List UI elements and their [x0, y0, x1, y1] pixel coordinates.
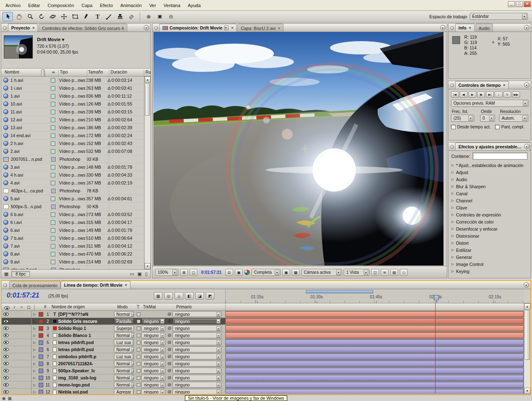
blend-mode-dropdown[interactable]: Normal▼	[114, 347, 134, 352]
label-color-cell[interactable]	[49, 157, 58, 162]
project-item-row[interactable]: 8.avi Vídeo p...ows 470 MB Δ 0:00:06:22	[1, 250, 150, 258]
label-color-cell[interactable]	[49, 212, 57, 217]
scroll-up-icon[interactable]: ▲	[524, 303, 530, 310]
footage-name[interactable]: 14 end.avi	[8, 133, 49, 138]
lock-toggle[interactable]	[25, 332, 32, 339]
layer-label-swatch[interactable]	[39, 347, 43, 352]
hide-shy-layers-button[interactable]: ◧	[185, 292, 194, 300]
expand-triangle-icon[interactable]: ▷	[32, 341, 37, 344]
tab-composition[interactable]: Composición: Drift Movie ▼ ×	[159, 24, 236, 32]
preserve-transparency-toggle[interactable]	[137, 327, 140, 330]
parent-pickwhip-icon[interactable]: @	[166, 390, 172, 394]
label-color-swatch[interactable]	[51, 260, 55, 264]
panel-menu-icon[interactable]: ▸	[524, 82, 530, 88]
eye-icon[interactable]	[3, 383, 9, 386]
label-color-swatch[interactable]	[51, 173, 55, 177]
layer-track[interactable]	[225, 332, 524, 339]
effects-category-row[interactable]: ▷ Controles de expresión	[448, 211, 531, 218]
eye-icon[interactable]	[3, 348, 9, 351]
menu-item[interactable]: Capa	[78, 1, 96, 10]
label-color-swatch[interactable]	[51, 141, 55, 146]
effects-category-row[interactable]: ▷ Clave	[448, 204, 531, 211]
project-item-row[interactable]: 463px-L...ca.psd Photoshop 78 KB	[1, 187, 150, 195]
label-color-swatch[interactable]	[51, 94, 55, 98]
eye-icon[interactable]	[3, 376, 9, 379]
scrollbar-thumb[interactable]	[145, 83, 150, 116]
tab-time-controls[interactable]: Controles de tiempo×	[455, 81, 509, 89]
pixel-aspect-correction-icon[interactable]: ◫	[371, 269, 379, 276]
layer-duration-bar[interactable]	[225, 375, 524, 381]
magnification-dropdown[interactable]: 100%▼	[155, 269, 178, 276]
label-color-cell[interactable]	[49, 165, 57, 170]
parent-dropdown[interactable]: ninguno▼	[172, 375, 222, 381]
project-item-row[interactable]: 12.avi Vídeo p...ows 210 MB Δ 0:00:02:64	[1, 116, 150, 124]
project-item-row[interactable]: 11.avi Vídeo p...ows 239 MB Δ 0:00:03:15	[1, 108, 150, 116]
effects-category-row[interactable]: ▷ Image Control	[448, 261, 531, 268]
parent-dropdown[interactable]: ninguno▼	[172, 339, 222, 345]
trkmat-dropdown[interactable]: ninguno▼	[141, 354, 165, 359]
parent-pickwhip-icon[interactable]: @	[166, 369, 172, 373]
column-source-name[interactable]: Nombre de origen	[52, 305, 85, 309]
from-current-time-checkbox[interactable]	[451, 125, 456, 129]
label-color-cell[interactable]	[49, 125, 57, 130]
label-color-cell[interactable]	[49, 149, 57, 154]
close-button[interactable]: ×	[524, 1, 531, 7]
expand-triangle-icon[interactable]: ▷	[451, 163, 454, 167]
layer-name[interactable]: [DP]™N??†øN	[58, 312, 114, 317]
layer-track[interactable]	[225, 318, 524, 325]
parent-pickwhip-icon[interactable]: @	[166, 383, 172, 387]
live-update-button[interactable]: ◎	[164, 292, 173, 300]
layer-label-swatch[interactable]	[39, 340, 43, 345]
preserve-transparency-toggle[interactable]	[137, 376, 140, 380]
axis-mode-world-button[interactable]: ▣	[155, 12, 165, 21]
column-trkmat[interactable]: TrkMat	[143, 305, 156, 309]
label-color-swatch[interactable]	[51, 197, 55, 201]
column-path[interactable]: Ru	[145, 70, 151, 74]
project-item-row[interactable]: 500px-S...n.psd Photoshop 60 KB	[1, 203, 150, 211]
effects-category-row[interactable]: ▷ Keying	[448, 268, 531, 275]
label-color-swatch[interactable]	[51, 236, 55, 241]
footage-name[interactable]: 3.avi	[8, 165, 49, 170]
expand-triangle-icon[interactable]: ▷	[32, 327, 37, 330]
workspace-dropdown[interactable]: Estándar ▼	[470, 13, 528, 20]
close-icon[interactable]: ×	[231, 26, 233, 30]
skip-dropdown[interactable]: 0▼	[480, 115, 495, 122]
project-item-row[interactable]: altavoz 2.psd Photoshop	[1, 266, 150, 269]
preserve-transparency-toggle[interactable]	[137, 390, 140, 394]
blend-mode-dropdown[interactable]: Normal▼	[114, 311, 134, 317]
expand-triangle-icon[interactable]: ▷	[451, 206, 454, 209]
bit-depth-indicator[interactable]: 8 bpc	[11, 271, 30, 277]
trkmat-dropdown[interactable]: ninguno▼	[141, 347, 165, 352]
selection-tool-button[interactable]	[2, 12, 13, 21]
label-color-cell[interactable]	[49, 86, 57, 91]
label-color-swatch[interactable]	[51, 125, 55, 130]
effects-category-row[interactable]: ▷ Corrección de color	[448, 218, 531, 225]
layer-track[interactable]	[225, 339, 524, 346]
lock-toggle[interactable]	[25, 346, 32, 353]
comp-mini-flow-button[interactable]: ▦	[154, 292, 163, 300]
footage-name[interactable]: 2007051...n.psd	[9, 157, 49, 162]
parent-pickwhip-icon[interactable]: @	[166, 347, 172, 352]
timeline-layer-row[interactable]: ▷ 12 T Niebla sol.psd Agregar▼ ninguno▼ …	[2, 389, 524, 394]
parent-dropdown[interactable]: ninguno▼	[172, 347, 222, 352]
expand-triangle-icon[interactable]: ▷	[32, 369, 37, 373]
footage-name[interactable]: 1 i.avi	[8, 86, 49, 91]
expand-triangle-icon[interactable]: ▷	[32, 390, 37, 394]
panel-menu-icon[interactable]: ▸	[440, 25, 446, 30]
menu-item[interactable]: Animación	[117, 1, 145, 10]
full-screen-checkbox[interactable]	[495, 125, 500, 129]
expand-triangle-icon[interactable]: ▷	[32, 348, 37, 352]
layer-name[interactable]: mono-logo.psd	[58, 382, 114, 387]
trkmat-dropdown[interactable]: ninguno▼	[141, 361, 165, 367]
project-item-row[interactable]: 6.avi Vídeo p...ows 149 MB Δ 0:00:01:79	[1, 226, 150, 234]
close-icon[interactable]: ×	[278, 26, 280, 30]
label-color-cell[interactable]	[49, 197, 57, 201]
lock-toggle[interactable]	[25, 389, 32, 394]
project-item-row[interactable]: 5.avi Vídeo p...ows 357 MB Δ 0:00:04:61	[1, 195, 150, 203]
label-color-cell[interactable]	[49, 252, 57, 256]
effects-category-row[interactable]: ▷ Adjust	[448, 169, 531, 176]
blend-mode-dropdown[interactable]: Normal▼	[114, 375, 134, 381]
parent-dropdown[interactable]: ninguno▼	[172, 389, 222, 394]
close-icon[interactable]: ×	[32, 26, 34, 30]
transparency-grid-icon[interactable]: ▩	[292, 269, 300, 276]
